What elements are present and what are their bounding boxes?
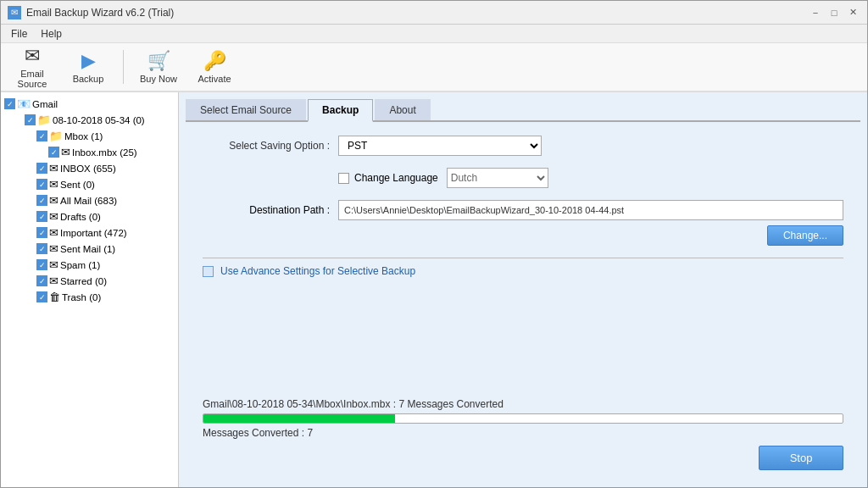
select-saving-option-dropdown[interactable]: PST: [338, 136, 542, 156]
tree-item-icon: ✉: [49, 194, 58, 207]
email-source-icon: ✉: [25, 45, 40, 67]
tree-item-icon: ✉: [49, 226, 58, 239]
toolbar-separator: [123, 50, 124, 84]
tab-content: Select Saving Option : PST Change Langua…: [186, 122, 860, 480]
change-language-row: Change Language Dutch: [203, 168, 843, 188]
tree-item-label: Sent (0): [60, 180, 95, 190]
tree-item-checkbox[interactable]: ✓: [36, 195, 47, 206]
tab-select-email-source[interactable]: Select Email Source: [186, 99, 306, 120]
tree-item[interactable]: ✓✉INBOX (655): [1, 160, 178, 176]
tree-item-icon: 🗑: [49, 291, 60, 303]
activate-label: Activate: [198, 74, 231, 84]
content-spacer: [203, 291, 843, 395]
destination-path-label: Destination Path :: [203, 204, 338, 216]
tree-item-icon: 📁: [37, 114, 51, 126]
advance-settings-label: Use Advance Settings for Selective Backu…: [220, 265, 415, 277]
stop-button[interactable]: Stop: [759, 446, 843, 470]
tree-item-icon: ✉: [49, 274, 58, 287]
tree-item-checkbox[interactable]: ✓: [36, 179, 47, 190]
progress-bar-fill: [203, 414, 395, 423]
tree-item-label: Trash (0): [62, 292, 101, 302]
change-button[interactable]: Change...: [767, 225, 843, 246]
tree-item-checkbox[interactable]: ✓: [48, 147, 59, 158]
change-btn-row: Change...: [203, 225, 843, 246]
status-area: Gmail\08-10-2018 05-34\Mbox\Inbox.mbx : …: [203, 395, 843, 474]
change-language-checkbox[interactable]: [338, 173, 349, 184]
destination-path-row: Destination Path :: [203, 200, 843, 220]
language-dropdown[interactable]: Dutch: [447, 168, 548, 188]
tree-item-label: Sent Mail (1): [60, 244, 115, 254]
tree-item-checkbox[interactable]: ✓: [36, 163, 47, 174]
buy-now-label: Buy Now: [140, 74, 177, 84]
toolbar: ✉ Email Source ▶ Backup 🛒 Buy Now 🔑 Acti…: [1, 43, 867, 92]
email-source-button[interactable]: ✉ Email Source: [8, 46, 57, 88]
minimize-button[interactable]: −: [808, 5, 823, 20]
menu-bar: File Help: [1, 25, 867, 43]
root-icon: 📧: [17, 97, 31, 110]
tree-item[interactable]: ✓✉All Mail (683): [1, 192, 178, 208]
backup-button[interactable]: ▶ Backup: [64, 46, 113, 88]
status-message: Gmail\08-10-2018 05-34\Mbox\Inbox.mbx : …: [203, 398, 843, 410]
tree-root[interactable]: ✓ 📧 Gmail: [1, 96, 178, 112]
advance-settings-row: Use Advance Settings for Selective Backu…: [203, 258, 843, 284]
tree-item[interactable]: ✓✉Sent (0): [1, 176, 178, 192]
tree-item-icon: ✉: [49, 178, 58, 191]
progress-bar-background: [203, 413, 843, 424]
tree-item-label: Starred (0): [60, 276, 107, 286]
close-button[interactable]: ✕: [845, 5, 860, 20]
maximize-button[interactable]: □: [826, 5, 842, 20]
tree-item-checkbox[interactable]: ✓: [36, 211, 47, 222]
destination-path-input[interactable]: [338, 200, 843, 220]
window-title: Email Backup Wizard v6.2 (Trial): [26, 7, 808, 19]
app-icon: ✉: [8, 6, 21, 19]
backup-label: Backup: [73, 74, 104, 84]
tree-item[interactable]: ✓🗑Trash (0): [1, 289, 178, 305]
tree-item[interactable]: ✓📁Mbox (1): [1, 128, 178, 144]
tree-item[interactable]: ✓✉Important (472): [1, 225, 178, 241]
tree-item-label: Mbox (1): [64, 131, 103, 141]
tab-bar: Select Email Source Backup About: [186, 99, 860, 122]
tree-item[interactable]: ✓✉Starred (0): [1, 273, 178, 289]
tab-backup[interactable]: Backup: [308, 99, 373, 122]
tab-about[interactable]: About: [375, 99, 430, 120]
tree-item-icon: 📁: [49, 130, 63, 142]
tree-item[interactable]: ✓✉Sent Mail (1): [1, 241, 178, 257]
advance-settings-checkbox[interactable]: [203, 266, 214, 277]
tree-item-checkbox[interactable]: ✓: [36, 259, 47, 270]
activate-icon: 🔑: [203, 50, 226, 72]
messages-converted: Messages Converted : 7: [203, 427, 843, 439]
tree-item[interactable]: ✓📁08-10-2018 05-34 (0): [1, 112, 178, 128]
window-controls: − □ ✕: [808, 5, 860, 20]
select-saving-option-label: Select Saving Option :: [203, 140, 338, 152]
tree-item-icon: ✉: [49, 162, 58, 175]
root-label: Gmail: [32, 99, 58, 109]
tree-item-label: Drafts (0): [60, 212, 101, 222]
tree-item-checkbox[interactable]: ✓: [36, 275, 47, 286]
tree-item[interactable]: ✓✉Spam (1): [1, 257, 178, 273]
tree-item-label: All Mail (683): [60, 196, 117, 206]
buy-now-icon: 🛒: [147, 50, 170, 72]
tree-item-label: 08-10-2018 05-34 (0): [53, 115, 145, 125]
tree-item-label: Spam (1): [60, 260, 100, 270]
menu-help[interactable]: Help: [34, 26, 69, 42]
tree-item-icon: ✉: [61, 146, 70, 158]
root-checkbox[interactable]: ✓: [4, 98, 15, 109]
tree-item-checkbox[interactable]: ✓: [25, 114, 36, 125]
menu-file[interactable]: File: [4, 26, 34, 42]
tree-item[interactable]: ✓✉Inbox.mbx (25): [1, 144, 178, 160]
tree-item-icon: ✉: [49, 210, 58, 223]
tree-item-checkbox[interactable]: ✓: [36, 291, 47, 302]
tree-item-label: Inbox.mbx (25): [72, 147, 137, 158]
tree-item-icon: ✉: [49, 242, 58, 255]
main-area: ✓ 📧 Gmail ✓📁08-10-2018 05-34 (0)✓📁Mbox (…: [1, 92, 867, 487]
tree-item[interactable]: ✓✉Drafts (0): [1, 208, 178, 225]
buy-now-button[interactable]: 🛒 Buy Now: [134, 46, 183, 88]
activate-button[interactable]: 🔑 Activate: [190, 46, 239, 88]
tree-items: ✓📁08-10-2018 05-34 (0)✓📁Mbox (1)✓✉Inbox.…: [1, 112, 178, 305]
tree-item-checkbox[interactable]: ✓: [36, 243, 47, 254]
tree-item-label: Important (472): [60, 228, 127, 238]
select-saving-option-row: Select Saving Option : PST: [203, 136, 843, 156]
stop-btn-row: Stop: [203, 446, 843, 470]
tree-item-checkbox[interactable]: ✓: [36, 227, 47, 238]
tree-item-checkbox[interactable]: ✓: [36, 130, 47, 141]
